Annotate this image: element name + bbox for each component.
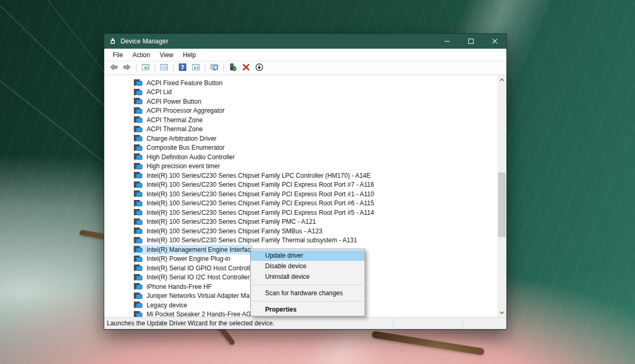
device-label: iPhone Hands-Free HF <box>147 283 212 290</box>
show-console-tree-button[interactable] <box>139 62 152 74</box>
system-device-icon <box>134 256 144 262</box>
device-row-content: iPhone Hands-Free HF <box>133 282 214 292</box>
device-label: Juniper Networks Virtual Adapter Ma <box>147 292 250 299</box>
device-row-content: Intel(R) 100 Series/C230 Series Chipset … <box>133 226 324 236</box>
disable-button[interactable] <box>253 62 266 74</box>
device-row[interactable]: Intel(R) 100 Series/C230 Series Chipset … <box>104 171 497 180</box>
device-row[interactable]: Charge Arbitration Driver <box>104 134 497 143</box>
system-device-icon <box>134 79 144 86</box>
device-row-content: Intel(R) 100 Series/C230 Series Chipset … <box>133 208 376 217</box>
window-title: Device Manager <box>121 38 435 45</box>
device-label: ACPI Power Button <box>147 98 201 105</box>
device-row[interactable]: Intel(R) 100 Series/C230 Series Chipset … <box>104 208 497 217</box>
menu-view[interactable]: View <box>155 49 178 61</box>
device-label: Intel(R) Serial IO GPIO Host Controll <box>147 265 250 272</box>
device-row[interactable]: ACPI Thermal Zone <box>104 115 497 125</box>
system-device-icon <box>134 246 144 253</box>
close-button[interactable] <box>483 34 506 49</box>
scan-for-hardware-changes-icon <box>210 63 219 73</box>
forward-button[interactable] <box>121 62 133 74</box>
context-menu-item-uninstall-device[interactable]: Uninstall device <box>251 271 365 282</box>
device-row[interactable]: High Definition Audio Controller <box>104 152 497 162</box>
system-device-icon <box>134 89 144 96</box>
context-menu-item-properties[interactable]: Properties <box>251 304 365 315</box>
scroll-down-button[interactable] <box>497 308 506 317</box>
context-menu-item-scan-for-hardware-changes[interactable]: Scan for hardware changes <box>251 288 365 298</box>
uninstall-button[interactable] <box>240 62 252 74</box>
device-row[interactable]: Intel(R) 100 Series/C230 Series Chipset … <box>104 217 497 227</box>
device-row-content: ACPI Thermal Zone <box>133 115 205 125</box>
system-device-icon <box>134 265 144 271</box>
update-driver-button[interactable] <box>226 62 239 74</box>
system-device-icon <box>134 302 144 308</box>
device-row[interactable]: Intel(R) 100 Series/C230 Series Chipset … <box>104 236 497 245</box>
device-row-content: Intel(R) 100 Series/C230 Series Chipset … <box>133 236 359 245</box>
device-row-content: Intel(R) Serial IO GPIO Host Controll <box>133 263 252 273</box>
toolbar-separator <box>205 63 205 73</box>
device-row[interactable]: ACPI Processor Aggregator <box>104 106 497 116</box>
device-row[interactable]: ACPI Fixed Feature Button <box>104 78 497 88</box>
chevron-up-icon <box>500 78 504 81</box>
device-row[interactable]: Composite Bus Enumerator <box>104 143 497 153</box>
statusbar-divider <box>462 319 463 327</box>
device-label: Intel(R) 100 Series/C230 Series Chipset … <box>147 209 374 216</box>
menubar: FileActionViewHelp <box>104 49 506 61</box>
menu-help[interactable]: Help <box>178 49 201 61</box>
system-device-icon <box>134 163 144 170</box>
device-manager-app-icon <box>108 37 117 46</box>
device-row[interactable]: Intel(R) 100 Series/C230 Series Chipset … <box>104 189 497 199</box>
device-row-content: ACPI Thermal Zone <box>133 125 205 134</box>
twig <box>371 331 484 355</box>
scrollbar-thumb[interactable] <box>498 172 506 237</box>
device-label: Legacy device <box>147 302 187 309</box>
chevron-down-icon <box>500 311 504 314</box>
maximize-icon <box>468 39 474 44</box>
device-row[interactable]: ACPI Lid <box>104 88 497 97</box>
device-row-content: ACPI Power Button <box>133 97 203 106</box>
help-button[interactable]: ? <box>176 62 189 74</box>
status-text: Launches the Update Driver Wizard for th… <box>107 320 275 327</box>
system-device-icon <box>134 293 144 299</box>
toolbar-separator <box>136 63 137 73</box>
device-label: ACPI Processor Aggregator <box>147 107 224 114</box>
maximize-button[interactable] <box>459 34 483 49</box>
menu-file[interactable]: File <box>108 49 128 61</box>
device-row-content: Intel(R) 100 Series/C230 Series Chipset … <box>133 180 376 190</box>
device-row[interactable]: Intel(R) 100 Series/C230 Series Chipset … <box>104 199 497 208</box>
properties-button[interactable] <box>158 62 170 74</box>
system-device-icon <box>134 98 144 105</box>
device-label: Intel(R) 100 Series/C230 Series Chipset … <box>147 218 316 225</box>
device-row-content: Intel(R) Management Engine Interfac <box>133 245 253 254</box>
device-row-content: ACPI Processor Aggregator <box>133 106 226 116</box>
device-row[interactable]: High precision event timer <box>104 162 497 171</box>
close-icon <box>492 39 497 44</box>
vertical-scrollbar[interactable] <box>497 75 506 317</box>
device-label: Charge Arbitration Driver <box>147 135 216 142</box>
update-driver-icon <box>229 63 237 73</box>
device-label: Mi Pocket Speaker 2 Hands-Free AG <box>147 311 251 317</box>
scan-for-hardware-changes-button[interactable] <box>208 62 221 74</box>
device-label: High Definition Audio Controller <box>147 153 235 161</box>
context-menu: Update driverDisable deviceUninstall dev… <box>250 249 365 316</box>
device-row-content: ACPI Lid <box>133 88 174 97</box>
context-menu-item-disable-device[interactable]: Disable device <box>251 261 365 271</box>
device-label: ACPI Thermal Zone <box>147 116 203 124</box>
device-row[interactable]: Intel(R) 100 Series/C230 Series Chipset … <box>104 226 497 236</box>
device-label: Intel(R) Management Engine Interfac <box>147 246 251 253</box>
show-action-pane-button[interactable] <box>189 62 202 74</box>
menu-action[interactable]: Action <box>128 49 155 61</box>
minimize-button[interactable] <box>435 34 459 49</box>
device-row[interactable]: ACPI Thermal Zone <box>104 125 497 134</box>
show-console-tree-icon <box>141 63 150 73</box>
device-row[interactable]: Intel(R) 100 Series/C230 Series Chipset … <box>104 180 497 190</box>
device-label: Intel(R) Serial IO I2C Host Controller <box>147 274 250 281</box>
context-menu-item-update-driver[interactable]: Update driver <box>251 250 365 261</box>
toolbar-separator <box>155 63 155 73</box>
system-device-icon <box>134 274 144 281</box>
back-button[interactable] <box>107 62 120 74</box>
device-row-content: Intel(R) 100 Series/C230 Series Chipset … <box>133 199 376 208</box>
system-device-icon <box>134 283 144 290</box>
scroll-up-button[interactable] <box>497 75 506 84</box>
titlebar[interactable]: Device Manager <box>104 34 506 49</box>
device-row[interactable]: ACPI Power Button <box>104 97 497 106</box>
